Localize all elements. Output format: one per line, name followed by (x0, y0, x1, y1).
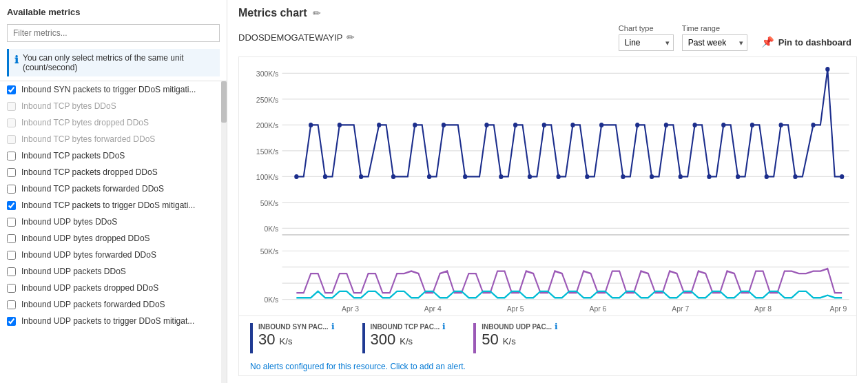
pin-icon: 📌 (761, 36, 774, 48)
info-banner: ℹ You can only select metrics of the sam… (7, 49, 220, 76)
chart-svg: 300K/s 250K/s 200K/s 150K/s 100K/s 50K/s… (239, 57, 856, 315)
metric-label-14: Inbound UDP packets forwarded DDoS (21, 300, 165, 309)
metric-item-4[interactable]: Inbound TCP bytes forwarded DDoS (0, 131, 227, 147)
metric-checkbox-10[interactable] (7, 234, 16, 243)
metric-item-11[interactable]: Inbound UDP bytes forwarded DDoS (0, 247, 227, 263)
metric-label-15: Inbound UDP packets to trigger DDoS miti… (21, 316, 194, 326)
metric-label-11: Inbound UDP bytes forwarded DDoS (21, 250, 156, 260)
svg-text:50K/s: 50K/s (260, 247, 279, 256)
svg-text:Apr 7: Apr 7 (672, 304, 689, 313)
svg-point-63 (840, 174, 844, 179)
svg-point-60 (793, 174, 797, 179)
svg-point-46 (585, 174, 589, 179)
metric-checkbox-12[interactable] (7, 267, 16, 276)
time-range-select-wrap[interactable]: Past week Past day Past month (682, 34, 747, 51)
metric-checkbox-2[interactable] (7, 102, 16, 111)
svg-point-45 (570, 123, 575, 127)
metric-checkbox-14[interactable] (7, 300, 16, 309)
svg-point-29 (309, 123, 313, 127)
metric-item-6[interactable]: Inbound TCP packets dropped DDoS (0, 164, 227, 180)
info-text: You can only select metrics of the same … (23, 53, 214, 72)
scrollbar-thumb[interactable] (221, 81, 227, 123)
metric-item-9[interactable]: Inbound UDP bytes DDoS (0, 214, 227, 230)
chart-type-group: Chart type Line Bar Area (619, 24, 674, 51)
svg-point-61 (811, 123, 815, 127)
legend-name-tcp: INBOUND TCP PAC... (371, 323, 440, 331)
alert-link[interactable]: No alerts configured for this resource. … (250, 362, 466, 371)
metric-checkbox-1[interactable] (7, 85, 16, 94)
chart-title: Metrics chart (238, 7, 307, 19)
svg-point-32 (359, 174, 363, 179)
chart-type-select-wrap[interactable]: Line Bar Area (619, 34, 674, 51)
chart-type-select[interactable]: Line Bar Area (619, 34, 674, 51)
svg-text:100K/s: 100K/s (256, 173, 279, 182)
svg-point-55 (721, 123, 725, 127)
legend-name-syn: INBOUND SYN PAC... (258, 323, 329, 331)
svg-text:Apr 5: Apr 5 (507, 304, 524, 313)
legend-bar-syn (250, 323, 253, 353)
metric-label-2: Inbound TCP bytes DDoS (21, 101, 116, 111)
right-header: Metrics chart ✏ (238, 7, 857, 19)
metric-item-7[interactable]: Inbound TCP packets forwarded DDoS (0, 180, 227, 197)
svg-point-59 (778, 123, 783, 127)
legend-info-icon-tcp[interactable]: ℹ (442, 322, 446, 331)
legend-bar-udp (473, 323, 476, 353)
svg-point-34 (391, 174, 395, 179)
metric-checkbox-8[interactable] (7, 201, 16, 210)
svg-text:50K/s: 50K/s (260, 198, 279, 207)
metric-item-1[interactable]: Inbound SYN packets to trigger DDoS miti… (0, 81, 227, 98)
metric-item-10[interactable]: Inbound UDP bytes dropped DDoS (0, 230, 227, 247)
controls: Chart type Line Bar Area Time range Past… (619, 23, 857, 51)
right-subheader: DDOSDEMOGATEWAYIP ✏ Chart type Line Bar … (238, 23, 857, 51)
svg-point-62 (825, 67, 829, 72)
legend-name-udp: INBOUND UDP PAC... (482, 323, 552, 331)
chart-area: 300K/s 250K/s 200K/s 150K/s 100K/s 50K/s… (238, 56, 857, 376)
legend-info-icon-syn[interactable]: ℹ (331, 322, 335, 331)
metric-item-14[interactable]: Inbound UDP packets forwarded DDoS (0, 296, 227, 313)
scrollbar-track[interactable] (221, 81, 227, 383)
pin-label: Pin to dashboard (778, 37, 851, 48)
metric-item-12[interactable]: Inbound UDP packets DDoS (0, 263, 227, 280)
metric-item-8[interactable]: Inbound TCP packets to trigger DDoS miti… (0, 197, 227, 214)
metric-label-12: Inbound UDP packets DDoS (21, 267, 126, 276)
svg-point-30 (323, 174, 327, 179)
metric-checkbox-3[interactable] (7, 118, 16, 127)
metric-item-15[interactable]: Inbound UDP packets to trigger DDoS miti… (0, 313, 227, 329)
svg-text:Apr 3: Apr 3 (342, 304, 359, 313)
svg-point-38 (463, 174, 467, 179)
svg-point-31 (338, 123, 342, 127)
pin-to-dashboard-button[interactable]: 📌 Pin to dashboard (756, 33, 857, 51)
metric-checkbox-6[interactable] (7, 168, 16, 177)
metric-checkbox-7[interactable] (7, 185, 16, 194)
metric-checkbox-4[interactable] (7, 135, 16, 144)
filter-metrics-input[interactable] (7, 24, 220, 42)
svg-point-49 (635, 123, 639, 127)
svg-point-44 (557, 174, 561, 179)
svg-text:Apr 4: Apr 4 (424, 304, 442, 313)
legend-item-tcp: INBOUND TCP PAC... ℹ300 K/s (362, 322, 446, 353)
metric-item-3[interactable]: Inbound TCP bytes dropped DDoS (0, 114, 227, 131)
metric-item-13[interactable]: Inbound UDP packets dropped DDoS (0, 280, 227, 296)
svg-text:Apr 8: Apr 8 (754, 304, 772, 313)
svg-point-54 (707, 174, 711, 179)
metric-checkbox-11[interactable] (7, 251, 16, 260)
legend-info-icon-udp[interactable]: ℹ (555, 322, 558, 331)
svg-point-41 (513, 123, 517, 127)
metrics-list[interactable]: Inbound SYN packets to trigger DDoS miti… (0, 81, 227, 383)
time-range-select[interactable]: Past week Past day Past month (682, 34, 747, 51)
svg-point-42 (528, 174, 532, 179)
svg-point-43 (542, 123, 546, 127)
metric-item-2[interactable]: Inbound TCP bytes DDoS (0, 98, 227, 114)
metric-checkbox-13[interactable] (7, 284, 16, 293)
metric-item-5[interactable]: Inbound TCP packets DDoS (0, 147, 227, 164)
metric-checkbox-15[interactable] (7, 317, 16, 326)
edit-resource-icon[interactable]: ✏ (347, 32, 355, 43)
metric-checkbox-9[interactable] (7, 218, 16, 227)
metric-label-3: Inbound TCP bytes dropped DDoS (21, 118, 149, 127)
svg-point-51 (664, 123, 668, 127)
metric-checkbox-5[interactable] (7, 152, 16, 161)
legend-item-udp: INBOUND UDP PAC... ℹ50 K/s (473, 322, 558, 353)
metric-label-1: Inbound SYN packets to trigger DDoS miti… (21, 85, 196, 94)
resource-name: DDOSDEMOGATEWAYIP ✏ (238, 32, 355, 43)
edit-title-icon[interactable]: ✏ (313, 8, 321, 19)
